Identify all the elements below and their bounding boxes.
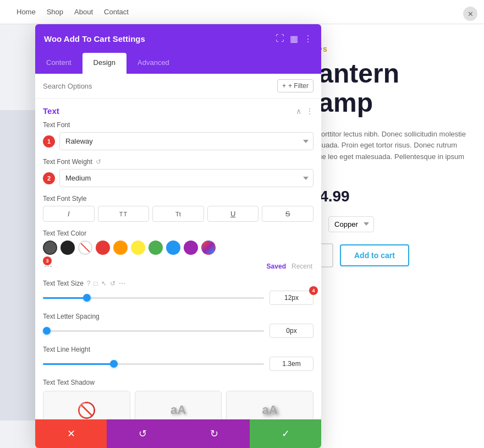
tab-advanced[interactable]: Advanced: [127, 53, 180, 74]
line-height-slider-row: [43, 357, 314, 371]
text-font-label: Text Font: [43, 121, 314, 129]
cancel-icon: ✕: [67, 428, 75, 440]
line-height-input[interactable]: [270, 357, 314, 371]
text-font-style-row: Text Font Style I TT Tt U S: [43, 195, 314, 222]
badge-1: 1: [43, 135, 55, 147]
modal-header: Woo Add To Cart Settings ⛶ ▦ ⋮: [35, 24, 321, 53]
shadow-option-2[interactable]: aA: [226, 391, 314, 419]
reset-size-icon[interactable]: ↺: [110, 280, 116, 287]
shadow-grid: 🚫 aA aA aA aA aA: [43, 391, 314, 419]
saved-label[interactable]: Saved: [267, 263, 286, 270]
slider-fill: [43, 297, 87, 299]
redo-button[interactable]: ↻: [178, 419, 250, 448]
background-close-button[interactable]: ✕: [463, 7, 477, 21]
text-size-label: Text Text Size: [43, 280, 84, 287]
modal-title: Woo Add To Cart Settings: [44, 34, 145, 43]
modal-body: Text ∧ ⋮ Text Font 1 Raleway Arial Robot…: [35, 99, 321, 419]
section-menu-icon[interactable]: ⋮: [306, 107, 314, 116]
slider-track-lh: [43, 363, 264, 365]
color-swatch-red[interactable]: [96, 241, 110, 255]
product-color-row: Color Copper Silver Gold: [302, 216, 468, 232]
strikethrough-button[interactable]: S: [262, 206, 314, 222]
slider-thumb-ls[interactable]: [43, 327, 51, 335]
italic-button[interactable]: I: [43, 206, 95, 222]
filter-button[interactable]: + + Filter: [277, 79, 314, 92]
nav-about[interactable]: About: [74, 8, 93, 16]
badge-4: 4: [309, 286, 318, 295]
font-style-buttons: I TT Tt U S: [43, 206, 314, 222]
more-size-icon[interactable]: ⋯: [119, 280, 125, 287]
device-icon[interactable]: □: [94, 280, 98, 287]
no-shadow-icon: 🚫: [77, 401, 96, 419]
text-line-height-label: Text Line Height: [43, 346, 314, 353]
slider-thumb-lh[interactable]: [110, 360, 118, 368]
text-line-height-row: Text Line Height: [43, 346, 314, 371]
product-category: LAMPS: [302, 46, 468, 53]
color-swatch-green[interactable]: [148, 241, 163, 255]
capitalize-button[interactable]: Tt: [152, 206, 204, 222]
letter-spacing-slider-row: [43, 324, 314, 338]
color-swatch-blue[interactable]: [166, 241, 180, 255]
color-swatch-purple[interactable]: [184, 241, 198, 255]
color-swatch-active[interactable]: [43, 241, 57, 255]
text-font-weight-label: Text Font Weight ↺: [43, 158, 314, 166]
confirm-icon: ✓: [282, 428, 290, 440]
tab-design[interactable]: Design: [82, 53, 127, 74]
text-size-label-row: Text Text Size ? □ ↖ ↺ ⋯: [43, 280, 314, 287]
text-size-input[interactable]: [270, 291, 314, 305]
modal-tabs: Content Design Advanced: [35, 53, 321, 74]
nav-bar: Home Shop About Contact: [0, 0, 484, 24]
recent-label[interactable]: Recent: [292, 263, 312, 270]
letter-spacing-slider[interactable]: [43, 325, 264, 336]
nav-contact[interactable]: Contact: [104, 8, 129, 16]
color-saved-recent: Saved Recent: [267, 263, 312, 270]
more-options-icon[interactable]: ⋮: [304, 34, 312, 44]
cursor-icon[interactable]: ↖: [101, 280, 107, 287]
help-icon[interactable]: ?: [87, 280, 91, 287]
fullscreen-icon[interactable]: ⛶: [276, 34, 284, 43]
color-swatch-orange[interactable]: [113, 241, 128, 255]
shadow-none[interactable]: 🚫: [43, 391, 130, 419]
color-swatch-transparent[interactable]: [78, 241, 92, 255]
shadow-text-1: aA: [170, 403, 186, 417]
product-title: Lantern Lamp: [302, 59, 468, 118]
slider-track: [43, 297, 264, 299]
color-swatch-gradient[interactable]: [201, 241, 216, 255]
letter-spacing-input[interactable]: [270, 324, 314, 338]
text-size-slider[interactable]: [43, 292, 264, 303]
section-actions: ∧ ⋮: [296, 107, 314, 116]
shadow-option-1[interactable]: aA: [135, 391, 222, 419]
color-select[interactable]: Copper Silver Gold: [328, 216, 374, 232]
tab-content[interactable]: Content: [35, 53, 82, 74]
text-font-field: 1 Raleway Arial Roboto Open Sans: [43, 132, 314, 150]
text-font-weight-row: Text Font Weight ↺ 2 Medium Regular Bold…: [43, 158, 314, 187]
color-swatch-black[interactable]: [61, 241, 75, 255]
filter-label: + Filter: [288, 82, 309, 90]
uppercase-button[interactable]: TT: [98, 206, 150, 222]
nav-home[interactable]: Home: [16, 8, 36, 16]
redo-icon: ↻: [210, 428, 218, 440]
text-font-select[interactable]: Raleway Arial Roboto Open Sans: [59, 132, 314, 150]
columns-icon[interactable]: ▦: [290, 34, 298, 44]
text-font-weight-select[interactable]: Medium Regular Bold Light Extra Bold: [59, 169, 314, 187]
undo-button[interactable]: ↺: [107, 419, 178, 448]
cancel-button[interactable]: ✕: [35, 419, 107, 448]
color-swatch-yellow[interactable]: [131, 241, 145, 255]
badge-3: 3: [43, 256, 52, 265]
confirm-button[interactable]: ✓: [250, 419, 321, 448]
text-font-style-label: Text Font Style: [43, 195, 314, 203]
nav-shop[interactable]: Shop: [47, 8, 63, 16]
slider-thumb[interactable]: [83, 294, 91, 302]
add-to-cart-button[interactable]: Add to cart: [340, 244, 409, 266]
settings-modal: Woo Add To Cart Settings ⛶ ▦ ⋮ Content D…: [35, 24, 321, 448]
text-font-weight-field: 2 Medium Regular Bold Light Extra Bold: [43, 169, 314, 187]
line-height-slider[interactable]: [43, 358, 264, 369]
search-input[interactable]: [43, 82, 273, 90]
font-weight-reset-icon[interactable]: ↺: [96, 158, 101, 166]
collapse-icon[interactable]: ∧: [296, 107, 301, 116]
text-size-row: Text Text Size ? □ ↖ ↺ ⋯ 4: [43, 280, 314, 305]
underline-button[interactable]: U: [207, 206, 259, 222]
undo-icon: ↺: [139, 428, 147, 440]
shadow-text-2: aA: [262, 403, 278, 417]
text-letter-spacing-label: Text Letter Spacing: [43, 313, 314, 320]
